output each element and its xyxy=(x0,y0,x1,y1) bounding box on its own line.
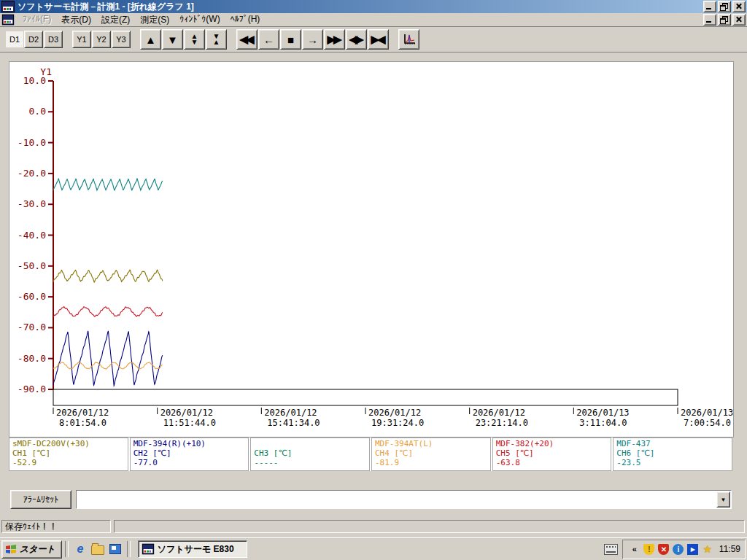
channel-value: ----- xyxy=(254,458,369,467)
toolbar-separator xyxy=(390,39,398,40)
window-title: ソフトサーモ計測－計測1 - [折れ線グラフ 1] xyxy=(18,1,702,13)
compress-y-button[interactable]: ▼▲ xyxy=(206,29,227,50)
compress-x-button[interactable]: ▶◀ xyxy=(368,29,389,50)
scroll-down-button[interactable]: ▼ xyxy=(162,29,183,50)
favorites-star-icon[interactable]: ★ xyxy=(703,543,713,555)
internet-explorer-icon[interactable]: e xyxy=(73,542,88,556)
expand-x-button[interactable]: ◀▶ xyxy=(346,29,367,50)
time-axis-box xyxy=(53,389,678,405)
status-bar: 保存ｳｪｲﾄ！！ xyxy=(0,518,747,535)
graph-icon xyxy=(403,34,416,45)
security-warning-shield-icon[interactable]: ! xyxy=(643,544,654,555)
channel-value: -81.9 xyxy=(375,458,490,467)
x-tick-date: 2026/01/13 xyxy=(681,408,733,418)
mdi-restore-button[interactable] xyxy=(718,14,731,26)
menu-view[interactable]: 表示(D) xyxy=(56,12,96,28)
y-tick-label: -10.0 xyxy=(18,137,46,148)
d2-button[interactable]: D2 xyxy=(24,31,43,48)
menu-window[interactable]: ｳｨﾝﾄﾞｳ(W) xyxy=(174,12,225,28)
toolbar: D1D2D3Y1Y2Y3▲▼▲▼▼▲◀◀←■→▶▶◀▶▶◀ xyxy=(0,27,747,52)
y2-button[interactable]: Y2 xyxy=(92,31,111,48)
x-tick-time: 15:41:34.0 xyxy=(267,418,320,428)
y-tick-label: -40.0 xyxy=(18,230,46,241)
x-tick-time: 8:01:54.0 xyxy=(59,418,107,428)
x-tick-time: 19:31:24.0 xyxy=(371,418,424,428)
media-play-icon[interactable]: ▶ xyxy=(687,544,698,555)
folder-icon[interactable] xyxy=(90,542,105,556)
channel-label: CH3 [℃] xyxy=(254,448,369,458)
line-chart: Y110.00.0-10.0-20.0-30.0-40.0-50.0-60.0-… xyxy=(9,62,733,435)
channel-label: CH4 [℃] xyxy=(375,448,490,458)
security-alert-shield-icon[interactable]: ✕ xyxy=(658,544,669,555)
client-area: Y110.00.0-10.0-20.0-30.0-40.0-50.0-60.0-… xyxy=(0,52,747,518)
step-right-button[interactable]: → xyxy=(302,29,323,50)
graph-settings-button[interactable] xyxy=(398,29,419,50)
d3-button[interactable]: D3 xyxy=(44,31,63,48)
scroll-up-button[interactable]: ▲ xyxy=(140,29,161,50)
hide-tray-icons-button[interactable]: « xyxy=(629,543,640,555)
close-button[interactable] xyxy=(732,1,746,12)
menu-file[interactable]: ﾌｧｲﾙ(F) xyxy=(18,12,56,28)
x-tick-date: 2026/01/12 xyxy=(56,408,109,418)
series-ch4 xyxy=(53,362,163,369)
taskbar-divider-2 xyxy=(127,541,131,557)
show-desktop-icon[interactable] xyxy=(108,542,123,556)
channel-value: -23.5 xyxy=(616,458,732,467)
channel-name xyxy=(254,439,369,448)
toolbar-separator xyxy=(131,39,140,40)
legend-cell-ch4[interactable]: MDF-394AT(L)CH4 [℃]-81.9 xyxy=(371,438,491,471)
minimize-button[interactable] xyxy=(703,1,716,12)
mdi-minimize-button[interactable] xyxy=(703,14,716,26)
channel-label: CH6 [℃] xyxy=(616,448,732,458)
d1-button[interactable]: D1 xyxy=(6,31,23,47)
menu-settings[interactable]: 設定(Z) xyxy=(96,12,135,28)
legend-cell-ch1[interactable]: sMDF-DC200V(+30)CH1 [℃]-52.9 xyxy=(9,438,128,471)
tray-clock[interactable]: 11:59 xyxy=(719,544,740,554)
alarm-reset-button[interactable]: ｱﾗｰﾑﾘｾｯﾄ xyxy=(10,490,71,509)
x-tick-time: 7:00:54.0 xyxy=(684,418,731,428)
x-tick-date: 2026/01/12 xyxy=(473,408,525,418)
y-tick-label: -80.0 xyxy=(18,353,46,364)
expand-y-button[interactable]: ▲▼ xyxy=(184,29,205,50)
status-panel-2 xyxy=(114,520,745,533)
legend-cell-ch6[interactable]: MDF-437CH6 [℃]-23.5 xyxy=(613,438,732,471)
series-ch6 xyxy=(53,179,163,190)
y-tick-label: -90.0 xyxy=(18,384,46,394)
keyboard-ime-icon[interactable] xyxy=(604,544,618,555)
channel-label: CH2 [℃] xyxy=(133,448,249,458)
menu-measure[interactable]: 測定(S) xyxy=(135,12,174,28)
menu-bar: ﾌｧｲﾙ(F)表示(D)設定(Z)測定(S)ｳｨﾝﾄﾞｳ(W)ﾍﾙﾌﾟ(H) xyxy=(0,13,747,27)
channel-name: MDF-394AT(L) xyxy=(375,439,490,448)
desktop: ソフトサーモ計測－計測1 - [折れ線グラフ 1] ﾌｧｲﾙ(F)表示(D)設定… xyxy=(0,0,747,560)
series-ch5 xyxy=(53,307,163,317)
mdi-child-icon[interactable] xyxy=(2,15,14,25)
info-balloon-icon[interactable]: i xyxy=(673,544,684,555)
fast-forward-button[interactable]: ▶▶ xyxy=(324,29,345,50)
fast-rewind-button[interactable]: ◀◀ xyxy=(236,29,258,50)
chart-panel: Y110.00.0-10.0-20.0-30.0-40.0-50.0-60.0-… xyxy=(9,61,734,438)
mdi-close-button[interactable] xyxy=(732,14,746,26)
y3-button[interactable]: Y3 xyxy=(112,31,131,48)
y1-button[interactable]: Y1 xyxy=(72,31,91,48)
taskbar-task-button[interactable]: ソフトサーモ E830 xyxy=(138,540,247,558)
x-tick-date: 2026/01/12 xyxy=(264,408,317,418)
stop-button[interactable]: ■ xyxy=(280,29,301,50)
channel-legend: sMDF-DC200V(+30)CH1 [℃]-52.9MDF-394(R)(+… xyxy=(9,438,732,471)
channel-label: CH5 [℃] xyxy=(496,448,611,458)
legend-cell-ch5[interactable]: MDF-382(+20)CH5 [℃]-63.8 xyxy=(492,438,612,471)
toolbar-separator xyxy=(228,39,236,40)
y-tick-label: -30.0 xyxy=(18,198,46,209)
restore-button[interactable] xyxy=(718,1,731,12)
task-button-label: ソフトサーモ E830 xyxy=(158,543,234,556)
y-tick-label: 0.0 xyxy=(29,106,46,117)
start-button[interactable]: スタート xyxy=(1,540,62,559)
legend-cell-ch3[interactable]: CH3 [℃]----- xyxy=(250,438,370,471)
series-ch1 xyxy=(53,270,163,282)
x-tick-date: 2026/01/12 xyxy=(368,408,421,418)
legend-cell-ch2[interactable]: MDF-394(R)(+10)CH2 [℃]-77.0 xyxy=(130,438,249,471)
x-tick-time: 3:11:04.0 xyxy=(579,418,627,428)
step-left-button[interactable]: ← xyxy=(258,29,279,50)
menu-help[interactable]: ﾍﾙﾌﾟ(H) xyxy=(225,12,266,28)
combobox-dropdown-button[interactable]: ▼ xyxy=(716,491,730,508)
alarm-combobox[interactable]: ▼ xyxy=(76,490,732,509)
